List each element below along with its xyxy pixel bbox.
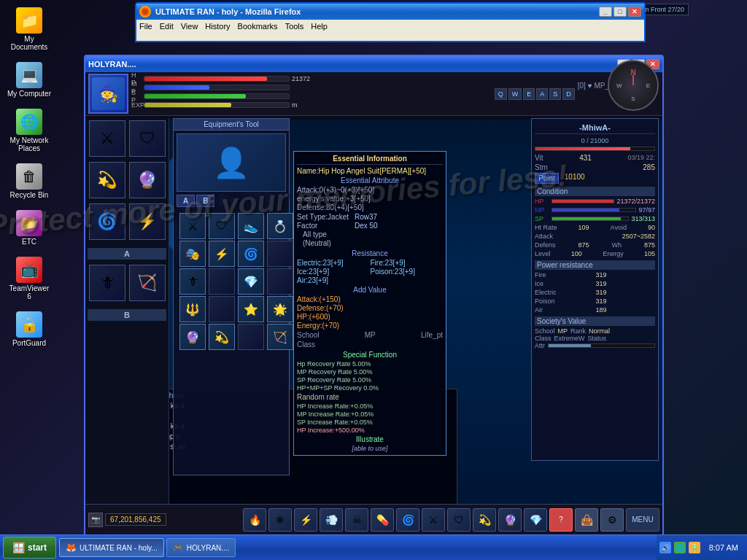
equip-slot-13[interactable]: [209, 296, 235, 322]
tray-icon-2: 🌐: [674, 542, 686, 553]
skill-icon-1[interactable]: ⚔: [89, 120, 125, 157]
menu-button[interactable]: MENU: [626, 508, 659, 532]
game-window: HOLYRAN.... _ □ ✕ 🧙 H P 21372: [84, 55, 664, 536]
camera-icon[interactable]: 📷: [88, 513, 103, 527]
firefox-close[interactable]: ✕: [628, 7, 641, 17]
skill-icon-8[interactable]: 🏹: [129, 265, 166, 301]
tooltip-set-type: Set Type:Jacket: [297, 213, 349, 221]
taskbar-item-1[interactable]: 🎮 HOLYRAN....: [166, 538, 236, 557]
equip-slot-a[interactable]: A: [177, 195, 195, 207]
equip-slot-17[interactable]: 💫: [209, 324, 235, 350]
character-avatar: 🧙: [88, 74, 128, 114]
my-network-icon[interactable]: 🌐 My Network Places: [7, 109, 51, 152]
skill-icon-5[interactable]: 🌀: [89, 203, 125, 240]
equip-slot-11[interactable]: [267, 268, 293, 295]
menu-tools[interactable]: Tools: [285, 22, 304, 31]
q-button[interactable]: Q: [495, 88, 507, 100]
tooltip-able-use: [able to use]: [297, 445, 443, 452]
etc-icon[interactable]: 📂 ETC: [7, 210, 51, 246]
equip-slot-8[interactable]: 🗡: [179, 268, 206, 295]
action-icon-10[interactable]: 💫: [473, 508, 496, 532]
equip-slot-12[interactable]: 🔱: [179, 296, 206, 322]
menu-help[interactable]: Help: [311, 22, 328, 31]
equip-slot-15[interactable]: 🌟: [267, 296, 293, 322]
equip-slot-18[interactable]: [238, 324, 264, 350]
d-button[interactable]: D: [562, 88, 575, 100]
action-icon-1[interactable]: 🔥: [243, 508, 266, 532]
action-icon-7[interactable]: 🌀: [396, 508, 419, 532]
equip-slot-10[interactable]: 💎: [238, 268, 264, 295]
a-button[interactable]: A: [536, 88, 548, 100]
skill-icon-4[interactable]: 🔮: [129, 162, 166, 198]
action-icon-2[interactable]: ❄: [268, 508, 292, 532]
recycle-bin-icon[interactable]: 🗑 Recycle Bin: [7, 163, 51, 199]
attack-cond-row: Attack 2507~2582: [535, 233, 655, 240]
action-icon-3[interactable]: ⚡: [294, 508, 317, 532]
firefox-minimize[interactable]: _: [599, 7, 612, 17]
start-button[interactable]: 🪟 start: [3, 537, 56, 559]
level-val: 100: [571, 250, 582, 257]
help-button[interactable]: ?: [549, 508, 573, 532]
w-button[interactable]: W: [508, 88, 522, 100]
tooltip-school: MP: [365, 331, 376, 339]
action-icon-5[interactable]: ☠: [345, 508, 368, 532]
equip-slot-1[interactable]: 🛡: [209, 213, 235, 239]
equip-slot-9[interactable]: [209, 268, 235, 295]
power-resistance-header: Power resistance: [535, 260, 655, 270]
cond-mp-val: 97/97: [638, 206, 655, 214]
s-button[interactable]: S: [549, 88, 561, 100]
hp-bar-fill: [144, 77, 267, 81]
equipment-panel-title: Equipment's Tool: [174, 119, 289, 131]
action-icon-11[interactable]: 🔮: [498, 508, 522, 532]
hp-bar-row: H P 21372: [131, 75, 489, 82]
menu-view[interactable]: View: [181, 22, 198, 31]
equip-slot-b[interactable]: B: [196, 195, 214, 207]
skill-icon-3[interactable]: 💫: [89, 162, 125, 198]
portguard-icon[interactable]: 🔒 PortGuard: [7, 311, 51, 347]
tooltip-illustrate: Illustrate: [297, 435, 443, 443]
hp-bar-bg: [144, 76, 290, 82]
equip-slot-16[interactable]: 🔮: [179, 324, 206, 350]
sp-bar-row: S P: [131, 93, 489, 100]
firefox-controls[interactable]: _ □ ✕: [599, 7, 641, 17]
equip-slot-2[interactable]: 👟: [238, 213, 264, 239]
firefox-maximize[interactable]: □: [614, 7, 627, 17]
action-icon-4[interactable]: 💨: [320, 508, 343, 532]
equip-slot-6[interactable]: 🌀: [238, 241, 264, 267]
equip-slot-0[interactable]: ⚔: [179, 213, 206, 239]
system-tray: 🔊 🌐 🔋 8:07 AM: [657, 535, 747, 560]
action-icon-9[interactable]: 🛡: [447, 508, 471, 532]
taskbar-item-0[interactable]: 🦊 ULTIMATE RAN - holy...: [59, 538, 164, 557]
settings-icon[interactable]: ⚙: [600, 508, 624, 532]
menu-edit[interactable]: Edit: [160, 22, 174, 31]
teamviewer-icon[interactable]: 📺 TeamViewer 6: [7, 257, 51, 300]
skill-b-button[interactable]: B: [88, 309, 166, 321]
e-button[interactable]: E: [523, 88, 535, 100]
taskbar-item-1-label: HOLYRAN....: [187, 544, 230, 552]
ht-avoid-row: Ht Rate 109 Avoid 90: [535, 224, 655, 231]
tooltip-poison: Poison:23[+9]: [371, 268, 444, 276]
menu-history[interactable]: History: [205, 22, 230, 31]
equip-slot-4[interactable]: 🎭: [179, 241, 206, 267]
action-icon-6[interactable]: 💊: [371, 508, 394, 532]
point-button[interactable]: Point: [535, 173, 559, 184]
my-computer-icon[interactable]: 💻 My Computer: [7, 62, 51, 98]
menu-bookmarks[interactable]: Bookmarks: [238, 22, 278, 31]
taskbar: 🪟 start 🦊 ULTIMATE RAN - holy... 🎮 HOLYR…: [0, 534, 747, 560]
skill-a-button[interactable]: A: [88, 248, 166, 260]
bag-icon[interactable]: 👜: [575, 508, 598, 532]
tooltip-factor: Factor: [297, 222, 349, 230]
my-documents-icon[interactable]: 📁 My Documents: [7, 7, 51, 51]
skill-icon-6[interactable]: ⚡: [129, 203, 166, 240]
equip-slot-19[interactable]: 🏹: [267, 324, 293, 350]
equip-slot-7[interactable]: [267, 241, 293, 267]
equip-slot-3[interactable]: 💍: [267, 213, 293, 239]
equip-slot-5[interactable]: ⚡: [209, 241, 235, 267]
equip-slot-14[interactable]: ⭐: [238, 296, 264, 322]
action-icon-12[interactable]: 💎: [524, 508, 547, 532]
action-icon-8[interactable]: ⚔: [422, 508, 445, 532]
menu-file[interactable]: File: [139, 22, 152, 31]
tooltip-neutral: (Neutral): [297, 239, 349, 247]
skill-icon-2[interactable]: 🛡: [129, 120, 166, 157]
skill-icon-7[interactable]: 🗡: [89, 265, 125, 301]
